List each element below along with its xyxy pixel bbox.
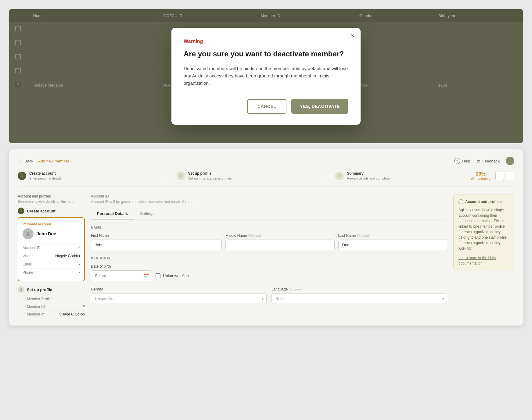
modal-close-button[interactable]: × [351, 33, 354, 39]
sidebar-step-1-group: 1 Create account Personal Account John D… [18, 208, 85, 281]
user-avatar-button[interactable] [506, 157, 514, 165]
form-panel: ← Back Add new member ? Help ▤ Feedback … [9, 149, 523, 326]
form-account-id-note: Account ID will be generated when you sa… [91, 200, 447, 204]
last-name-group: Last Name Optional [338, 233, 448, 250]
dob-label: Date of birth [91, 264, 447, 269]
email-field: Email - [23, 260, 80, 268]
name-section-label: NAME [91, 226, 447, 229]
village-label: Village [23, 254, 34, 258]
info-card-header: i Account and profiles [458, 199, 509, 204]
form-tabs: Personal Details Settings [91, 209, 447, 219]
top-bar: ← Back Add new member ? Help ▤ Feedback [18, 157, 514, 165]
step-3: 3 Summary Review details and complete [335, 171, 471, 180]
progress-percent: 20% [471, 171, 491, 177]
back-link[interactable]: ← Back [18, 158, 33, 164]
progress-section: 20% of mandatory ← → [471, 171, 514, 180]
form-account-id-label: Account ID [91, 194, 447, 198]
sidebar-section-sublabel: Select one to view details on the right. [18, 200, 85, 203]
modal-actions: CANCEL YES, DEACTIVATE [184, 99, 348, 114]
last-name-label: Last Name Optional [338, 233, 448, 238]
village-field: Village Nagele Gorbitu [23, 252, 80, 260]
phone-label: Phone [23, 270, 33, 275]
prev-arrow-button[interactable]: ← [495, 172, 504, 180]
info-card-body: AgUnity users have a single account cont… [458, 207, 509, 251]
tab-settings[interactable]: Settings [134, 209, 160, 219]
sidebar-step-2-group: 2 Set up profile Member Profile Member I… [18, 286, 85, 318]
dob-input[interactable] [91, 270, 152, 281]
deactivate-modal: × Warning Are you sure you want to deact… [171, 28, 361, 124]
steps-bar: 1 Create account Enter personal details … [18, 171, 514, 187]
sidebar-step-1-header: 1 Create account [18, 208, 85, 214]
personal-section-label: PERSONAL [91, 256, 447, 260]
member-id-field: Member ID # [27, 303, 85, 311]
member-id-label: Member ID [27, 304, 45, 309]
unknown-checkbox[interactable] [156, 273, 160, 278]
gender-lang-row: Gender Unspecified ▾ Language Optional [91, 287, 447, 304]
progress-label: of mandatory [471, 177, 491, 180]
phone-value: - [79, 270, 80, 275]
middle-name-group: Middle Name Optional [225, 233, 335, 250]
sidebar-step-2-header: 2 Set up profile [18, 286, 85, 293]
calendar-icon: 📅 [144, 273, 149, 278]
member-of-label: Member of [27, 312, 44, 316]
info-circle-icon: i [458, 199, 463, 204]
cancel-button[interactable]: CANCEL [247, 99, 286, 114]
next-arrow-button[interactable]: → [506, 172, 514, 180]
phone-field: Phone - [23, 268, 80, 276]
name-row: First Name Middle Name Optional Last Nam… [91, 233, 447, 250]
help-icon: ? [454, 158, 460, 164]
email-value: - [79, 262, 80, 266]
age-label: Age: - [182, 273, 192, 278]
top-section: Name ↓ OCFCU ID Member ID Gender Birth y… [9, 9, 523, 143]
help-label: Help [462, 159, 470, 163]
sidebar-step-2-name: Set up profile [27, 287, 52, 292]
nav-arrows: ← → [495, 172, 514, 180]
personal-account-card[interactable]: Personal Account John Doe Account ID # [18, 217, 85, 281]
language-select-wrap: Select ▾ [271, 293, 447, 304]
info-card-link[interactable]: Learn more in the Help documentation. [458, 256, 496, 265]
left-sidebar: Account and profiles Select one to view … [18, 194, 85, 318]
tab-personal-details[interactable]: Personal Details [91, 209, 134, 219]
modal-overlay: × Warning Are you sure you want to deact… [9, 9, 523, 143]
form-header: Account ID Account ID will be generated … [91, 194, 447, 204]
language-select[interactable]: Select [271, 293, 447, 304]
first-name-input[interactable] [91, 240, 222, 250]
back-arrow-icon: ← [18, 158, 23, 164]
sidebar-step-1-num: 1 [18, 208, 24, 214]
feedback-button[interactable]: ▤ Feedback [476, 158, 500, 163]
language-label: Language Optional [271, 287, 447, 291]
modal-title: Are you sure you want to deactivate memb… [184, 49, 348, 59]
gender-select-wrap: Unspecified ▾ [91, 293, 267, 304]
account-id-label: Account ID [23, 246, 41, 250]
village-value: Nagele Gorbitu [55, 254, 80, 258]
feedback-icon: ▤ [476, 158, 480, 163]
last-name-optional: Optional [357, 234, 370, 237]
sidebar-step-1-name: Create account [27, 209, 56, 213]
info-card: i Account and profiles AgUnity users hav… [453, 194, 514, 271]
step-2-title: Set up profile [188, 171, 232, 176]
svg-point-0 [27, 232, 29, 234]
help-button[interactable]: ? Help [454, 158, 470, 164]
step-3-title: Summary [347, 171, 390, 176]
center-form: Account ID Account ID will be generated … [91, 194, 447, 318]
dob-row: 📅 Unknown Age: - [91, 270, 447, 281]
language-group: Language Optional Select ▾ [271, 287, 447, 304]
step-1-subtitle: Enter personal details [29, 176, 62, 180]
last-name-input[interactable] [338, 240, 448, 250]
top-bar-right: ? Help ▤ Feedback [454, 157, 514, 165]
step-1-title: Create account [29, 171, 62, 176]
right-panel: i Account and profiles AgUnity users hav… [453, 194, 514, 318]
account-id-field: Account ID # [23, 244, 80, 252]
member-of-value: Village C Co-op [59, 312, 85, 316]
back-label: Back [24, 159, 33, 163]
step-separator-2 [315, 176, 333, 176]
middle-name-input[interactable] [225, 240, 335, 250]
modal-body: Deactivated members will be hidden on th… [184, 65, 348, 87]
progress-display: 20% of mandatory [471, 171, 491, 180]
email-label: Email [23, 262, 32, 266]
add-member-link[interactable]: Add new member [38, 159, 69, 163]
yes-deactivate-button[interactable]: YES, DEACTIVATE [291, 99, 348, 114]
account-id-hash: # [78, 246, 80, 250]
gender-select[interactable]: Unspecified [91, 293, 267, 304]
middle-name-label: Middle Name Optional [225, 233, 335, 238]
